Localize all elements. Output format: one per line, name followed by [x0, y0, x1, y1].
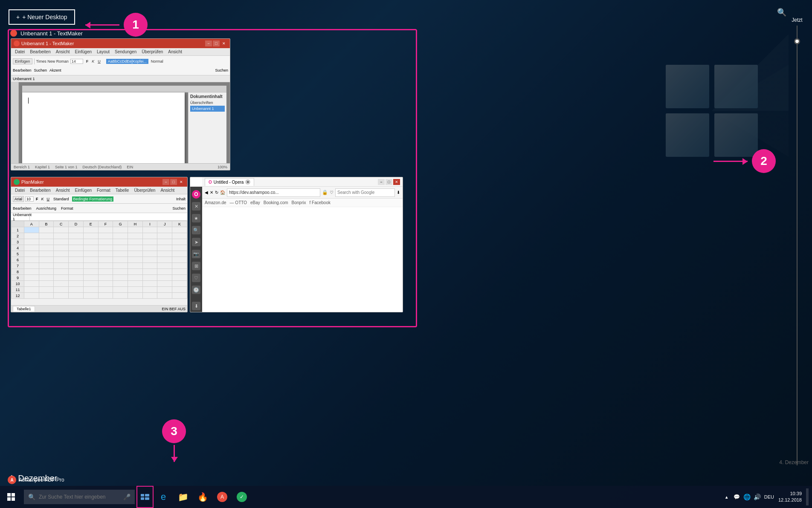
opera-camera-icon[interactable]: 📷 [192, 250, 200, 258]
taskbar-app-shield[interactable]: A [212, 486, 232, 508]
table-row[interactable]: 2 [12, 233, 187, 239]
document-page[interactable] [22, 92, 185, 170]
textmaker-win-controls[interactable]: − □ ✕ [205, 40, 227, 46]
document-area[interactable]: Dokumentinhalt Überschriften Unbenannt 1 [19, 82, 230, 170]
minimize-btn[interactable]: − [205, 40, 212, 46]
address-input[interactable] [227, 188, 320, 197]
opera-page-content[interactable] [202, 207, 403, 312]
pm-menu-bearbeiten[interactable]: Bearbeiten [28, 188, 52, 193]
clock[interactable]: 10:39 12.12.2018 [777, 491, 803, 504]
opera-tabbar[interactable]: O Untitled - Opera ✕ − □ ✕ [202, 177, 403, 187]
pm-menu-format[interactable]: Format [95, 188, 113, 193]
paste-btn[interactable]: Einfügen [13, 58, 32, 64]
taskbar-app-fire[interactable]: 🔥 [193, 486, 212, 508]
opera-arrow-icon[interactable]: ➤ [192, 238, 200, 246]
table-row[interactable]: 3 [12, 239, 187, 245]
table-row[interactable]: 9 [12, 275, 187, 281]
new-desktop-button[interactable]: + + Neuer Desktop [9, 9, 75, 25]
pm-minimize-btn[interactable]: − [162, 179, 169, 185]
bookmark-facebook[interactable]: f Facebook [309, 200, 330, 205]
taskbar-search-input[interactable] [39, 494, 120, 500]
opera-tab-close[interactable]: ✕ [245, 179, 250, 185]
home-btn[interactable]: 🏠 [220, 190, 225, 195]
language-indicator[interactable]: DEU [763, 493, 775, 501]
table-row[interactable]: 11 [12, 287, 187, 293]
outline-item[interactable]: Unbenannt 1 [190, 106, 225, 112]
bookmark-amazon[interactable]: Amazon.de [205, 200, 226, 205]
table-row[interactable]: 8 [12, 269, 187, 275]
pm-close-btn[interactable]: ✕ [178, 179, 185, 185]
bookmark-ebay[interactable]: eBay [250, 200, 260, 205]
download-icon[interactable]: ⬇ [397, 190, 400, 195]
bookmark-bonprix[interactable]: Bonprix [292, 200, 306, 205]
opera-search-icon[interactable]: 🔍 [192, 226, 200, 234]
taskbar-app-check[interactable]: ✓ [232, 486, 252, 508]
microphone-icon[interactable]: 🎤 [123, 494, 130, 500]
table-row[interactable]: 7 [12, 263, 187, 269]
opera-download-icon[interactable]: ⬇ [192, 302, 200, 310]
tray-expand-icon[interactable]: ▲ [722, 493, 731, 501]
textmaker-window[interactable]: Unbenannt 1 - TextMaker − □ ✕ Datei Bear… [11, 38, 230, 170]
table-row[interactable]: 10 [12, 281, 187, 287]
menu-einfuegen[interactable]: Einfügen [73, 49, 94, 55]
pm-menu-tabelle[interactable]: Tabelle [113, 188, 131, 193]
pm-maximize-btn[interactable]: □ [170, 179, 177, 185]
bold-btn[interactable]: F [85, 59, 90, 64]
taskbar-app-explorer[interactable]: 📁 [173, 486, 193, 508]
planmaker-win-controls[interactable]: − □ ✕ [162, 179, 185, 185]
table-row[interactable]: 1 [12, 227, 187, 233]
opera-maximize-btn[interactable]: □ [386, 179, 392, 185]
table-row[interactable]: 12 [12, 293, 187, 299]
opera-clock-icon[interactable]: 🕐 [192, 286, 200, 294]
opera-window[interactable]: O ✕ ★ 🔍 ➤ 📷 ⊞ ♡ 🕐 ⬇ O Untitled - Opera ✕… [190, 177, 403, 312]
underline-btn[interactable]: U [96, 59, 102, 64]
opera-addressbar[interactable]: ◀ ✕ ↻ 🏠 🔒 ♡ ⬇ [202, 187, 403, 199]
italic-btn[interactable]: K [90, 59, 96, 64]
planmaker-grid[interactable]: ABC DEF GHI JK 1 2 3 4 5 6 7 8 9 10 11 1… [11, 221, 187, 299]
opera-win-controls[interactable]: − □ ✕ [378, 179, 400, 185]
opera-grid-icon[interactable]: ⊞ [192, 262, 200, 270]
table-row[interactable]: 5 [12, 251, 187, 257]
maximize-btn[interactable]: □ [213, 40, 220, 46]
taskbar-search-bar[interactable]: 🔍 🎤 [24, 490, 135, 504]
sheet-tab[interactable]: Tabelle1 [13, 306, 35, 312]
back-btn[interactable]: ◀ [205, 190, 208, 195]
show-desktop-btn[interactable] [806, 488, 809, 505]
planmaker-window[interactable]: PlanMaker − □ ✕ Datei Bearbeiten Ansicht… [11, 177, 188, 312]
search-icon-topright[interactable]: 🔍 [777, 8, 786, 17]
menu-ansicht2[interactable]: Ansicht [166, 49, 184, 55]
star-icon[interactable]: ♡ [330, 190, 334, 195]
network-icon[interactable]: 🌐 [743, 493, 751, 501]
forward-btn[interactable]: ✕ [210, 190, 213, 195]
menu-layout[interactable]: Layout [95, 49, 112, 55]
menu-bearbeiten[interactable]: Bearbeiten [28, 49, 52, 55]
volume-icon[interactable]: 🔊 [753, 493, 762, 501]
start-button[interactable] [0, 486, 22, 508]
pm-menu-datei[interactable]: Datei [13, 188, 27, 193]
spreadsheet-table[interactable]: ABC DEF GHI JK 1 2 3 4 5 6 7 8 9 10 11 1… [11, 221, 187, 299]
opera-close-window-btn[interactable]: ✕ [393, 179, 400, 185]
pm-menu-ueberpruefung[interactable]: Überprüfen [132, 188, 157, 193]
notification-icon[interactable]: 💬 [733, 493, 741, 501]
menu-ueberpruefung[interactable]: Überprüfen [139, 49, 165, 55]
opera-tab-untitled[interactable]: O Untitled - Opera ✕ [205, 178, 254, 186]
table-row[interactable]: 4 [12, 245, 187, 251]
reload-btn[interactable]: ↻ [215, 190, 218, 195]
pm-menu-ansicht[interactable]: Ansicht [54, 188, 72, 193]
opera-bookmarks-bar[interactable]: Amazon.de — OTTO eBay Booking.com Bonpri… [202, 199, 403, 207]
menu-sendungen[interactable]: Sendungen [113, 49, 139, 55]
opera-minimize-btn[interactable]: − [378, 179, 385, 185]
opera-heart-icon[interactable]: ♡ [192, 274, 200, 282]
menu-datei[interactable]: Datei [13, 49, 27, 55]
close-btn[interactable]: ✕ [220, 40, 227, 46]
bookmark-otto[interactable]: — OTTO [230, 200, 247, 205]
table-row[interactable]: 6 [12, 257, 187, 263]
opera-close-icon[interactable]: ✕ [192, 202, 200, 211]
menu-ansicht[interactable]: Ansicht [54, 49, 72, 55]
taskbar-app-edge[interactable]: e [154, 486, 173, 508]
opera-logo-icon[interactable]: O [192, 190, 200, 199]
planmaker-sheets[interactable]: Tabelle1 EIN BEF AUS [11, 305, 187, 312]
pm-menu-ansicht2[interactable]: Ansicht [158, 188, 177, 193]
search-input[interactable] [335, 188, 395, 197]
pm-menu-einfuegen[interactable]: Einfügen [73, 188, 94, 193]
